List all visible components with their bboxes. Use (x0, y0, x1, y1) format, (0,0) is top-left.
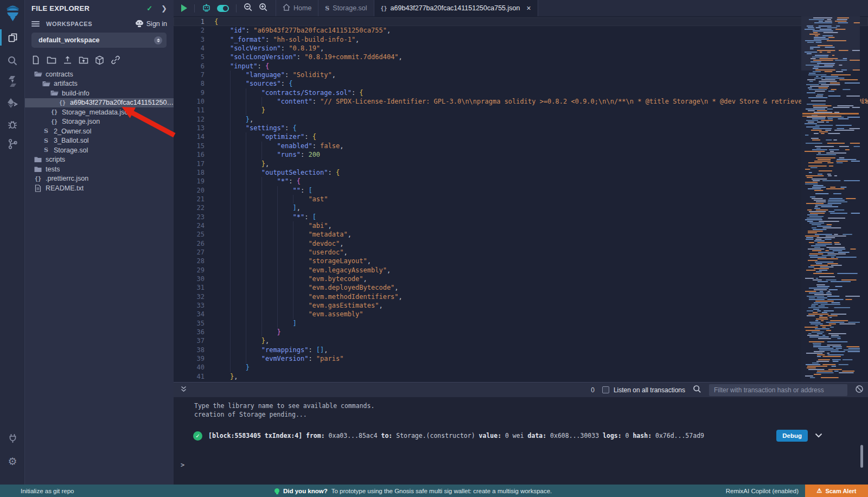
line-content: } (205, 328, 281, 336)
bulb-icon (275, 488, 279, 493)
file-explorer-icon[interactable] (0, 28, 25, 47)
upload-folder-icon[interactable] (79, 55, 88, 65)
code-line: 1{ (174, 17, 868, 26)
code-line: 32 "evm.methodIdentifiers", (174, 292, 868, 301)
tab-label: a69b43f277ba20fcac141151250ca755.json (391, 4, 520, 12)
tree-item-label: a69b43f277ba20fcac141151250ca7... (70, 99, 174, 106)
folder-icon (34, 156, 42, 163)
scam-alert-badge[interactable]: ⚠ Scam Alert (805, 485, 868, 497)
new-folder-icon[interactable] (47, 55, 56, 65)
tree-item[interactable]: contracts (25, 69, 174, 79)
code-line: 2 "id": "a69b43f277ba20fcac141151250ca75… (174, 26, 868, 35)
debug-button[interactable]: Debug (776, 430, 808, 442)
line-content: "outputSelection": { (205, 168, 340, 177)
line-number: 16 (174, 150, 205, 159)
line-content: "remappings": [], (205, 346, 328, 354)
code-line: 33 "evm.gasEstimates", (174, 301, 868, 310)
collapse-chevron-icon[interactable]: ❯ (161, 4, 167, 12)
code-line: 34 "evm.assembly" (174, 310, 868, 318)
cube-icon[interactable] (95, 55, 104, 65)
line-content: "*": [ (205, 213, 316, 221)
new-file-icon[interactable] (31, 55, 40, 65)
line-content: "language": "Solidity", (205, 71, 336, 79)
zoom-in-icon[interactable] (259, 3, 268, 14)
copilot-toggle[interactable] (217, 5, 229, 12)
tree-item[interactable]: tests (25, 164, 174, 174)
solidity-compiler-icon[interactable] (0, 72, 25, 91)
code-line: 40 } (174, 363, 868, 372)
plugin-manager-icon[interactable] (0, 429, 25, 447)
line-content: "input": { (205, 62, 269, 71)
code-editor[interactable]: 1{2 "id": "a69b43f277ba20fcac141151250ca… (174, 16, 868, 382)
tree-item[interactable]: {}.prettierrc.json (25, 174, 174, 184)
line-number: 12 (174, 115, 205, 124)
tree-item[interactable]: {}Storage_metadata.json (25, 107, 174, 117)
tree-item[interactable]: S2_Owner.sol (25, 126, 174, 136)
transaction-row[interactable]: ✓ [block:5583405 txIndex:4] from: 0xa03.… (193, 429, 797, 443)
divider (194, 4, 195, 12)
tree-item[interactable]: scripts (25, 155, 174, 165)
line-number: 28 (174, 257, 205, 265)
tree-item[interactable]: SStorage.sol (25, 145, 174, 155)
expand-terminal-icon[interactable] (180, 385, 187, 395)
clear-console-icon[interactable] (855, 385, 864, 396)
terminal-search-icon[interactable] (693, 385, 701, 396)
line-content: }, (205, 160, 269, 168)
line-content: "": [ (205, 186, 312, 195)
did-you-know-tip: Did you know? To prototype using the Gno… (275, 488, 552, 494)
line-content: }, (205, 336, 269, 345)
search-icon[interactable] (0, 52, 25, 70)
terminal-prompt[interactable]: > (181, 461, 184, 469)
line-number: 14 (174, 132, 205, 141)
line-content: "settings": { (205, 124, 297, 132)
tree-item[interactable]: {}a69b43f277ba20fcac141151250ca7... (25, 98, 174, 108)
line-number: 4 (174, 44, 205, 53)
line-number: 36 (174, 328, 205, 336)
run-script-button[interactable] (181, 4, 187, 12)
settings-icon[interactable]: ⚙ (0, 452, 25, 470)
tree-item[interactable]: artifacts (25, 79, 174, 89)
terminal-content[interactable]: Type the library name to see available c… (174, 397, 868, 485)
line-content: } (205, 106, 265, 114)
line-number: 15 (174, 142, 205, 150)
code-line: 18 "outputSelection": { (174, 168, 868, 177)
workspace-menu-icon[interactable] (31, 20, 40, 28)
line-content: "evm.bytecode", (205, 275, 367, 283)
remix-logo-icon[interactable] (0, 3, 25, 23)
panel-title: FILE EXPLORER (31, 4, 146, 12)
close-tab-icon[interactable]: × (526, 4, 531, 12)
line-number: 20 (174, 186, 205, 195)
tree-item[interactable]: {}Storage.json (25, 117, 174, 127)
zoom-out-icon[interactable] (244, 3, 253, 14)
debugger-icon[interactable] (0, 115, 25, 133)
listen-checkbox[interactable] (602, 386, 609, 393)
copilot-status[interactable]: RemixAI Copilot (enabled) (726, 488, 799, 494)
git-init-status[interactable]: Initialize as git repo (0, 488, 74, 494)
code-line: 16 "runs": 200 (174, 150, 868, 159)
ai-copilot-robot-icon[interactable] (202, 3, 211, 14)
line-content: "content": "// SPDX-License-Identifier: … (205, 97, 868, 106)
tx-expand-chevron-icon[interactable] (815, 432, 822, 439)
solidity-icon: S (42, 146, 50, 154)
workspace-select[interactable]: default_workspace (31, 33, 167, 48)
line-number: 32 (174, 292, 205, 301)
transaction-filter-input[interactable] (709, 384, 847, 396)
line-content: "userdoc", (205, 248, 348, 257)
git-icon[interactable] (0, 135, 25, 153)
tab-storage-sol[interactable]: SStorage.sol (318, 0, 374, 16)
json-icon: {} (50, 109, 59, 115)
tab-home[interactable]: Home (276, 0, 318, 16)
tree-item[interactable]: S3_Ballot.sol (25, 136, 174, 146)
minimap[interactable] (801, 16, 860, 382)
upload-file-icon[interactable] (63, 55, 72, 65)
tree-item[interactable]: README.txt (25, 183, 174, 193)
tab-a69b43f277ba20fcac141151250ca755-json[interactable]: {}a69b43f277ba20fcac141151250ca755.json× (374, 0, 538, 16)
deploy-run-icon[interactable] (0, 94, 25, 112)
tree-item[interactable]: build-info (25, 88, 174, 98)
code-line: 12 }, (174, 115, 868, 124)
link-icon[interactable] (111, 55, 120, 65)
sign-in-button[interactable]: Sign in (135, 20, 167, 28)
terminal-scrollbar[interactable] (860, 445, 863, 468)
terminal-messages: Type the library name to see available c… (174, 397, 868, 419)
solidity-icon: S (325, 4, 329, 12)
